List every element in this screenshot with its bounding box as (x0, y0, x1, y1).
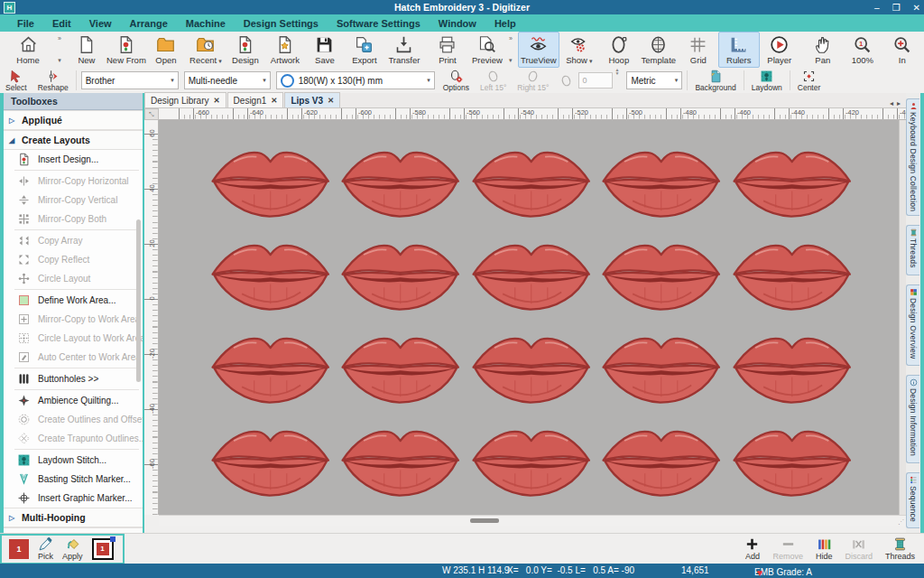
hoop-size-combobox[interactable]: 180(W) x 130(H) mm ▾ (276, 71, 435, 89)
section-multi-hooping[interactable]: ▷Multi-Hooping (4, 508, 143, 527)
menu-machine[interactable]: Machine (178, 17, 234, 30)
menu-help[interactable]: Help (486, 17, 524, 30)
lips-design-instance[interactable] (339, 135, 461, 224)
canvas-horizontal-scrollbar[interactable]: ⋰ (159, 515, 906, 526)
canvas-vertical-scrollbar[interactable] (899, 120, 906, 515)
sidebar-item-mirror-copy-horizontal[interactable]: Mirror-Copy Horizontal (4, 172, 143, 191)
export-button[interactable]: Export (345, 32, 384, 68)
template-button[interactable]: Template (639, 32, 679, 68)
recent-button[interactable]: Recent▾ (186, 32, 226, 68)
sidebar-item-define-work-area[interactable]: Define Work Area... (4, 291, 143, 310)
tab-design-overview[interactable]: Design Overview (906, 284, 919, 366)
lips-design-instance[interactable] (470, 415, 592, 503)
zoom-in-button[interactable]: In (882, 32, 922, 68)
tab-design1[interactable]: Design1✕ (227, 92, 284, 107)
rotate-angle-spinner[interactable]: ▲▼ (614, 68, 619, 93)
close-tab-icon[interactable]: ✕ (213, 96, 219, 105)
trueview-button[interactable]: TrueView (518, 32, 559, 68)
lips-design-instance[interactable] (600, 135, 722, 224)
center-button[interactable]: Center (792, 68, 827, 93)
print-button[interactable]: Print (428, 32, 467, 68)
add-thread-button[interactable]: Add (744, 536, 760, 561)
rotate-angle-input[interactable] (578, 72, 613, 89)
ruler-origin-button[interactable]: ⤡ (144, 108, 159, 120)
tab-sequence[interactable]: Sequence (906, 472, 919, 528)
section-applique[interactable]: ▷Appliqué (4, 110, 143, 130)
close-tab-icon[interactable]: ✕ (328, 96, 334, 105)
tab-design-information[interactable]: Design Information (906, 375, 919, 463)
sidebar-item-mirror-copy-to-work-area[interactable]: Mirror-Copy to Work Area (4, 310, 143, 329)
laydown-button[interactable]: Laydown (746, 68, 788, 93)
sidebar-item-copy-reflect[interactable]: Copy Reflect (4, 250, 143, 269)
units-combobox[interactable]: Metric ▾ (626, 71, 682, 89)
sidebar-item-mirror-copy-vertical[interactable]: Mirror-Copy Vertical (4, 191, 143, 210)
lips-design-instance[interactable] (209, 135, 331, 224)
sidebar-item-insert-design[interactable]: Insert Design... (4, 150, 143, 169)
sidebar-item-insert-graphic-marker[interactable]: Insert Graphic Marker... (4, 489, 143, 508)
lips-design-instance[interactable] (470, 228, 592, 317)
rotate-right-15-button[interactable]: Right 15° (512, 68, 554, 93)
lips-design-instance[interactable] (209, 322, 331, 410)
menu-software-settings[interactable]: Software Settings (328, 17, 429, 30)
sidebar-item-auto-center-to-work-area[interactable]: Auto Center to Work Area (4, 348, 143, 367)
sidebar-item-buttonholes[interactable]: Buttonholes >> (4, 369, 143, 388)
sidebar-item-create-outlines-offsets[interactable]: Create Outlines and Offsets... (4, 410, 143, 429)
new-from-button[interactable]: New From (106, 32, 146, 68)
menu-view[interactable]: View (81, 17, 120, 30)
sidebar-item-create-trapunto-outlines[interactable]: Create Trapunto Outlines... (4, 429, 143, 448)
menu-edit[interactable]: Edit (44, 17, 79, 30)
preview-button[interactable]: Preview (467, 32, 507, 68)
tab-design-library[interactable]: Design Library✕ (144, 92, 226, 107)
print-overflow-chevron[interactable]: »▾ (507, 32, 514, 68)
sidebar-scrollbar[interactable] (136, 219, 141, 382)
pan-button[interactable]: Pan (803, 32, 843, 68)
rotate-free-hoop-button[interactable] (554, 68, 578, 93)
tab-keyboard-design-collection[interactable]: Keyboard Design Collection (906, 98, 919, 216)
discard-threads-button[interactable]: Discard (845, 536, 873, 561)
machine-type-combobox[interactable]: Multi-needle ▾ (184, 71, 271, 89)
open-button[interactable]: Open (146, 32, 186, 68)
lips-design-instance[interactable] (339, 415, 461, 503)
select-button[interactable]: Select (0, 68, 32, 93)
threads-panel-button[interactable]: Threads (885, 536, 915, 561)
lips-design-instance[interactable] (731, 135, 853, 224)
close-button[interactable]: ✕ (913, 3, 920, 13)
lips-design-instance[interactable] (470, 135, 592, 224)
save-button[interactable]: Save (305, 32, 345, 68)
sidebar-item-laydown-stitch[interactable]: Laydown Stitch... (4, 451, 143, 470)
lips-design-instance[interactable] (600, 322, 722, 410)
tab-scroll-right-icon[interactable]: ▸ (897, 99, 901, 107)
lips-design-instance[interactable] (470, 322, 592, 410)
background-button[interactable]: Background (689, 68, 741, 93)
design-button[interactable]: Design (226, 32, 265, 68)
lips-design-instance[interactable] (731, 228, 853, 317)
home-button[interactable]: Home (0, 32, 56, 68)
lips-design-instance[interactable] (209, 415, 331, 503)
menu-arrange[interactable]: Arrange (122, 17, 176, 30)
lips-design-instance[interactable] (209, 228, 331, 317)
menu-file[interactable]: File (9, 17, 42, 30)
rulers-button[interactable]: Rulers (718, 32, 760, 68)
sidebar-item-copy-array[interactable]: Copy Array (4, 231, 143, 250)
lips-design-instance[interactable] (731, 322, 853, 410)
lips-design-instance[interactable] (731, 415, 853, 503)
sidebar-item-mirror-copy-both[interactable]: Mirror-Copy Both (4, 210, 143, 228)
artwork-button[interactable]: Artwork (265, 32, 305, 68)
tab-threads[interactable]: Threads (906, 225, 919, 275)
machine-brand-combobox[interactable]: Brother ▾ (81, 71, 179, 89)
lips-design-instance[interactable] (339, 228, 461, 317)
color-swatch-1[interactable]: 1 (9, 539, 29, 559)
selected-color-swatch[interactable]: 1 (92, 538, 114, 560)
show-button[interactable]: Show▾ (559, 32, 599, 68)
reshape-button[interactable]: Reshape (32, 68, 74, 93)
rotate-left-15-button[interactable]: Left 15° (475, 68, 512, 93)
tab-lips-v3[interactable]: Lips V3✕ (284, 92, 340, 107)
sidebar-item-basting-stitch-marker[interactable]: Basting Stitch Marker... (4, 470, 143, 489)
scrollbar-thumb[interactable] (470, 518, 499, 523)
new-button[interactable]: New (67, 32, 106, 68)
section-create-layouts[interactable]: ◢Create Layouts (4, 130, 143, 150)
player-button[interactable]: Player (760, 32, 799, 68)
hoop-button[interactable]: Hoop (599, 32, 639, 68)
sidebar-item-ambience-quilting[interactable]: Ambience Quilting... (4, 391, 143, 410)
pick-color-button[interactable]: Pick (38, 536, 53, 561)
